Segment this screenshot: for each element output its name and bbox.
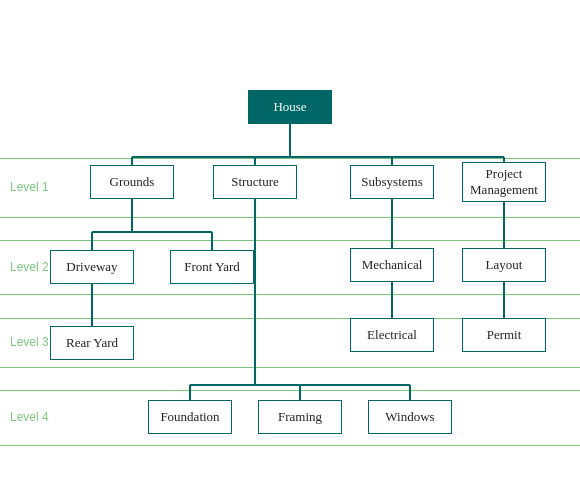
wbs-node-permit: Permit xyxy=(462,318,546,352)
level-label: Level 3 xyxy=(10,335,49,349)
wbs-node-driveway: Driveway xyxy=(50,250,134,284)
wbs-node-windows: Windows xyxy=(368,400,452,434)
wbs-node-structure: Structure xyxy=(213,165,297,199)
wbs-node-framing: Framing xyxy=(258,400,342,434)
wbs-node-grounds: Grounds xyxy=(90,165,174,199)
wbs-node-projmgmt: Project Management xyxy=(462,162,546,202)
wbs-node-layout: Layout xyxy=(462,248,546,282)
wbs-node-subsystems: Subsystems xyxy=(350,165,434,199)
wbs-diagram: Level 1Level 2Level 3Level 4 xyxy=(0,0,580,500)
level-label: Level 2 xyxy=(10,260,49,274)
level-label: Level 1 xyxy=(10,180,49,194)
wbs-node-frontyard: Front Yard xyxy=(170,250,254,284)
wbs-node-mechanical: Mechanical xyxy=(350,248,434,282)
level-label: Level 4 xyxy=(10,410,49,424)
wbs-node-rearyard: Rear Yard xyxy=(50,326,134,360)
diagram-title xyxy=(0,0,580,23)
wbs-node-house: House xyxy=(248,90,332,124)
wbs-node-foundation: Foundation xyxy=(148,400,232,434)
wbs-node-electrical: Electrical xyxy=(350,318,434,352)
